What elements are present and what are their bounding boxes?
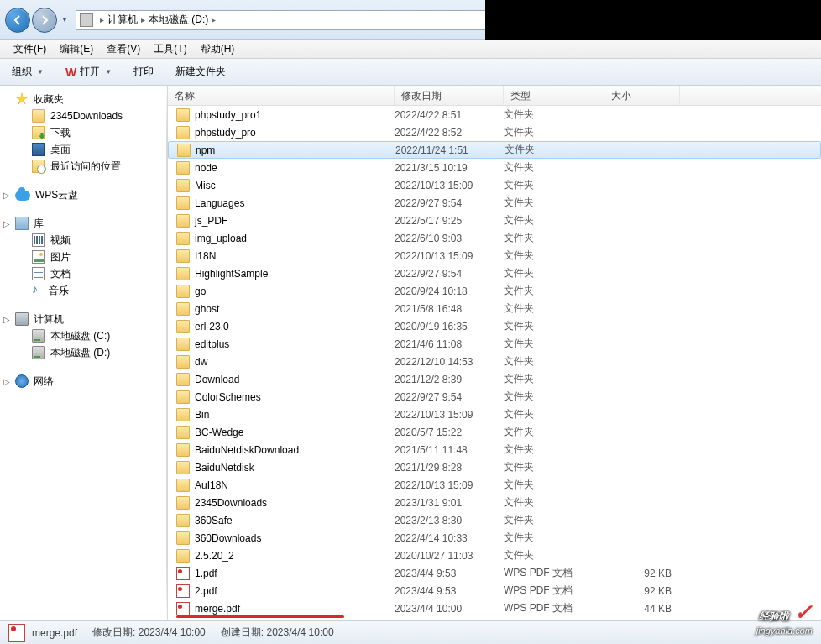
favorites-header[interactable]: 收藏夹: [0, 91, 167, 107]
column-name[interactable]: 名称: [168, 86, 395, 105]
file-row[interactable]: 2.pdf 2023/4/4 9:53 WPS PDF 文档 92 KB: [168, 582, 821, 599]
file-row[interactable]: Download 2021/12/2 8:39 文件夹: [168, 370, 821, 388]
breadcrumb-arrow[interactable]: ▸: [208, 15, 219, 24]
sidebar-item-label: 本地磁盘 (D:): [50, 346, 110, 360]
file-row[interactable]: Bin 2022/10/13 15:09 文件夹: [168, 406, 821, 423]
sidebar-item[interactable]: 下载: [0, 124, 167, 141]
file-row[interactable]: ColorSchemes 2022/9/27 9:54 文件夹: [168, 388, 821, 406]
file-row[interactable]: BC-Wedge 2020/5/7 15:22 文件夹: [168, 423, 821, 441]
file-row[interactable]: phpstudy_pro 2022/4/22 8:52 文件夹: [168, 123, 821, 141]
file-row[interactable]: Languages 2022/9/27 9:54 文件夹: [168, 194, 821, 212]
breadcrumb-arrow[interactable]: ▸: [138, 15, 149, 24]
menu-file[interactable]: 文件(F): [7, 40, 53, 58]
file-row[interactable]: merge.pdf 2023/4/4 10:00 WPS PDF 文档 44 K…: [168, 599, 821, 617]
computer-header[interactable]: ▷ 计算机: [0, 311, 167, 327]
file-date: 2023/1/31 9:01: [395, 497, 504, 509]
file-row[interactable]: node 2021/3/15 10:19 文件夹: [168, 159, 821, 176]
folder-icon: [176, 320, 190, 333]
menu-edit[interactable]: 编辑(E): [53, 40, 100, 58]
sidebar-item-drive[interactable]: 本地磁盘 (C:): [0, 327, 167, 344]
sidebar-item[interactable]: 图片: [0, 249, 167, 265]
network-header[interactable]: ▷ 网络: [0, 373, 167, 390]
file-row[interactable]: BaiduNetdisk 2021/1/29 8:28 文件夹: [168, 458, 821, 476]
file-row[interactable]: npm 2022/11/24 1:51 文件夹: [168, 141, 821, 159]
folder-icon: [177, 144, 191, 157]
file-row[interactable]: phpstudy_pro1 2022/4/22 8:51 文件夹: [168, 106, 821, 123]
file-date: 2023/4/4 10:00: [395, 603, 504, 615]
file-row[interactable]: HighlightSample 2022/9/27 9:54 文件夹: [168, 264, 821, 282]
expand-icon[interactable]: ▷: [3, 219, 12, 228]
folder-icon: [176, 443, 190, 457]
file-row[interactable]: ghost 2021/5/8 16:48 文件夹: [168, 300, 821, 317]
file-row[interactable]: AuI18N 2022/10/13 15:09 文件夹: [168, 476, 821, 494]
folder-icon: [176, 126, 190, 139]
sidebar-item[interactable]: 2345Downloads: [0, 107, 167, 124]
sidebar-item-label: 桌面: [50, 143, 71, 157]
organize-button[interactable]: 组织 ▼: [8, 63, 47, 81]
breadcrumb-drive[interactable]: 本地磁盘 (D:): [149, 13, 208, 27]
file-date: 2023/4/4 9:53: [395, 585, 504, 597]
file-name: Misc: [195, 180, 216, 191]
nav-back-button[interactable]: [5, 8, 30, 33]
file-row[interactable]: I18N 2022/10/13 15:09 文件夹: [168, 247, 821, 264]
nav-history-dropdown[interactable]: ▼: [59, 11, 71, 29]
column-size[interactable]: 大小: [604, 86, 680, 105]
file-name: phpstudy_pro: [195, 127, 256, 139]
column-date[interactable]: 修改日期: [395, 86, 504, 105]
file-row[interactable]: BaiduNetdiskDownload 2021/5/11 11:48 文件夹: [168, 441, 821, 458]
print-button[interactable]: 打印: [130, 63, 157, 81]
file-row[interactable]: Misc 2022/10/13 15:09 文件夹: [168, 176, 821, 194]
file-type: 文件夹: [504, 495, 604, 510]
file-row[interactable]: js_PDF 2022/5/17 9:25 文件夹: [168, 212, 821, 229]
network-icon: [15, 374, 29, 388]
expand-icon[interactable]: ▷: [3, 377, 12, 386]
sidebar-item[interactable]: 视频: [0, 232, 167, 249]
library-icon: [15, 217, 29, 230]
sidebar-item[interactable]: 最近访问的位置: [0, 158, 167, 175]
menu-help[interactable]: 帮助(H): [194, 40, 242, 58]
expand-icon[interactable]: ▷: [3, 191, 12, 200]
wps-cloud[interactable]: ▷ WPS云盘: [0, 186, 167, 203]
drive-icon: [32, 329, 45, 343]
open-label: 打开: [80, 65, 100, 79]
file-list[interactable]: 名称 修改日期 类型 大小 phpstudy_pro1 2022/4/22 8:…: [168, 86, 821, 620]
chevron-down-icon: ▼: [37, 68, 44, 76]
libraries-header[interactable]: ▷ 库: [0, 215, 167, 232]
new-folder-button[interactable]: 新建文件夹: [172, 63, 229, 81]
star-icon: [15, 92, 29, 106]
navigation-pane[interactable]: 收藏夹 2345Downloads下载桌面最近访问的位置 ▷ WPS云盘 ▷ 库…: [0, 86, 168, 620]
menu-view[interactable]: 查看(V): [100, 40, 147, 58]
file-row[interactable]: editplus 2021/4/6 11:08 文件夹: [168, 335, 821, 353]
nav-forward-button[interactable]: [32, 8, 57, 33]
file-row[interactable]: 1.pdf 2023/4/4 9:53 WPS PDF 文档 92 KB: [168, 564, 821, 582]
file-row[interactable]: 360Downloads 2022/4/14 10:33 文件夹: [168, 529, 821, 547]
menu-tools[interactable]: 工具(T): [147, 40, 193, 58]
breadcrumb-arrow[interactable]: ▸: [97, 15, 107, 24]
file-date: 2022/11/24 1:51: [395, 144, 505, 156]
file-row[interactable]: erl-23.0 2020/9/19 16:35 文件夹: [168, 317, 821, 335]
breadcrumb-computer[interactable]: 计算机: [107, 13, 138, 27]
open-button[interactable]: W 打开 ▼: [62, 63, 115, 81]
sidebar-item-label: 音乐: [49, 284, 69, 298]
file-date: 2022/10/13 15:09: [395, 479, 504, 491]
file-row[interactable]: dw 2022/12/10 14:53 文件夹: [168, 353, 821, 370]
column-type[interactable]: 类型: [504, 86, 604, 105]
file-row[interactable]: 2.5.20_2 2020/10/27 11:03 文件夹: [168, 547, 821, 564]
file-name: 2.5.20_2: [195, 550, 234, 562]
sidebar-item[interactable]: 音乐: [0, 282, 167, 299]
folder-icon: [32, 109, 45, 123]
file-row[interactable]: go 2020/9/24 10:18 文件夹: [168, 282, 821, 300]
file-name: 1.pdf: [195, 568, 217, 579]
folder-icon: [176, 161, 190, 175]
file-type: 文件夹: [504, 425, 604, 439]
file-row[interactable]: img_upload 2022/6/10 9:03 文件夹: [168, 229, 821, 247]
expand-icon[interactable]: ▷: [3, 315, 12, 324]
file-row[interactable]: 2345Downloads 2023/1/31 9:01 文件夹: [168, 494, 821, 511]
folder-icon: [176, 461, 190, 474]
sidebar-item[interactable]: 文档: [0, 265, 167, 282]
doc-icon: [32, 267, 45, 280]
file-date: 2020/10/27 11:03: [395, 550, 504, 562]
sidebar-item-drive[interactable]: 本地磁盘 (D:): [0, 344, 167, 361]
sidebar-item[interactable]: 桌面: [0, 141, 167, 158]
file-row[interactable]: 360Safe 2023/2/13 8:30 文件夹: [168, 511, 821, 529]
